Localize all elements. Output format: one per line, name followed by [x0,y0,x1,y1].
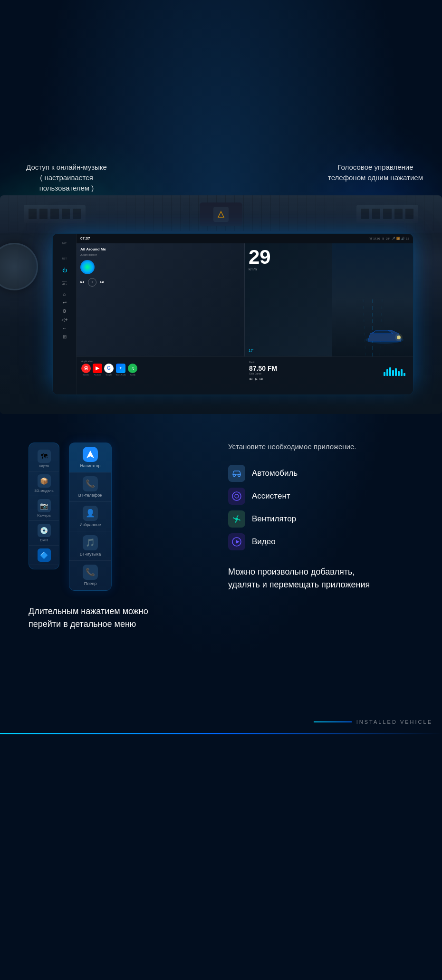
left-column: 🗺 Карта 📦 3D-модель 📷 Камера 💿 DVR [29,442,214,647]
svg-line-13 [363,299,365,356]
sidebar-3d[interactable]: 📦 3D-модель [29,471,59,496]
app-teyes-radio[interactable]: T Teyes Radio [115,364,126,376]
screen-sidebar-back: ↩ [61,299,68,306]
install-app-list: Автомобиль Ассистент [228,462,413,553]
badge-line [314,721,352,722]
apps-label: Application [81,360,244,363]
can-add-description: Можно произвольно добавлять, удалять и п… [228,566,413,591]
install-app-video: Видео [228,530,413,553]
right-column: Установите необходимое приложение. Автом… [228,442,413,647]
music-visualizer [80,260,95,274]
features-section: Доступ к онлайн-музыке ( настраивается п… [0,157,442,419]
speed-display: 29 km/h 17° [245,243,413,356]
road-visual [332,243,413,356]
app-yandex[interactable]: Я Yandex [81,364,91,376]
app-spotify[interactable]: ♫ Spotify [128,364,137,376]
car-app-name: Автомобиль [252,469,298,478]
music-controls: ⏮ ⏸ ⏭ [80,278,240,287]
screen-sidebar-back2: ← [61,325,68,332]
car-app-icon [228,465,245,482]
screen-status-bar: 07:37 ПТ 17.07 🌡 28° 🎤 📶 🔊 15 [77,234,413,243]
svg-point-18 [233,474,236,476]
music-track-title: All Around Me [80,247,240,251]
sp-bt-music[interactable]: 🎵 ВТ-музыка [69,531,111,561]
bottom-gradient-line [0,733,442,734]
screen-sidebar-settings: ⚙ [61,308,68,315]
sp-favorites[interactable]: 👤 Избранное [69,502,111,531]
svg-marker-24 [236,540,240,544]
left-sidebar-panel: 🗺 Карта 📦 3D-модель 📷 Камера 💿 DVR [29,442,59,569]
svg-marker-10 [218,211,224,217]
sp-bt-phone[interactable]: 📞 ВТ-телефон [69,472,111,502]
main-screen: MIC RST ⏻ .....4G ⌂ ↩ ⚙ ◁+ ← [52,233,413,395]
installed-vehicle-section: INSTALLED VEHICLE [0,714,442,734]
apps-grid: Я Yandex ▶ Youtube [81,364,244,376]
radio-frequency: 87.50 FM [249,365,277,372]
install-app-car: Автомобиль [228,462,413,485]
screen-sidebar-power: ⏻ [61,267,68,274]
next-button[interactable]: ⏭ [100,280,104,284]
radio-visualizer [384,366,405,376]
status-right: ПТ 17.07 🌡 28° 🎤 📶 🔊 15 [369,237,409,240]
svg-point-19 [238,474,240,476]
prev-button[interactable]: ⏮ [80,280,84,284]
screen-sidebar-rst: RST [56,252,73,265]
sidebar-dvr[interactable]: 💿 DVR [29,521,59,546]
svg-point-20 [232,492,241,500]
status-time: 07:37 [80,236,90,240]
fan-app-icon [228,510,245,528]
install-app-assistant: Ассистент [228,485,413,508]
assistant-app-icon [228,488,245,505]
screen-sidebar-home: ⌂ [61,291,68,298]
installed-vehicle-badge: INSTALLED VEHICLE [356,719,432,725]
app-google[interactable]: G Google [104,364,114,376]
car-dashboard: MIC RST ⏻ .....4G ⌂ ↩ ⚙ ◁+ ← [0,195,442,414]
music-player: All Around Me Justin Bieber ⏮ ⏸ ⏭ [77,243,245,356]
svg-point-22 [235,518,238,520]
phone-sidebar-panel: Навигатор 📞 ВТ-телефон 👤 Избранное 🎵 ВТ-… [69,442,112,591]
music-track-artist: Justin Bieber [80,253,240,256]
play-pause-button[interactable]: ⏸ [88,278,96,287]
lower-section: 🗺 Карта 📦 3D-модель 📷 Камера 💿 DVR [0,419,442,656]
sidebar-extra[interactable]: 🔷 [29,546,59,565]
fan-app-name: Вентилятор [252,514,296,524]
app-youtube[interactable]: ▶ Youtube [93,364,102,376]
radio-station: Club Dance [249,372,277,375]
video-app-name: Видео [252,537,276,547]
sidebar-map[interactable]: 🗺 Карта [29,447,59,471]
svg-marker-17 [86,451,94,458]
svg-point-16 [395,334,403,341]
voice-feature-label: Голосовое управление телефоном одним наж… [323,162,428,183]
sp-navigator[interactable]: Навигатор [69,443,111,472]
radio-label: Radio [249,361,405,364]
screen-sidebar-mic: MIC [56,237,73,250]
screen-sidebar: MIC RST ⏻ .....4G ⌂ ↩ ⚙ ◁+ ← [53,234,77,394]
sidebar-camera[interactable]: 📷 Камера [29,496,59,521]
video-app-icon [228,533,245,550]
music-feature-label: Доступ к онлайн-музыке ( настраивается п… [14,162,119,194]
screen-sidebar-vol: ◁+ [61,317,68,323]
install-app-fan: Вентилятор [228,508,413,530]
long-press-description: Длительным нажатием можно перейти в дета… [29,605,148,631]
screen-sidebar-signal: .....4G [56,276,73,289]
install-title: Установите необходимое приложение. [228,442,413,451]
assistant-app-name: Ассистент [252,491,290,501]
sp-player[interactable]: 📞 Плеер [69,561,111,590]
svg-line-12 [380,299,382,356]
screen-sidebar-apps: ⊞ [61,334,68,340]
svg-point-21 [235,494,239,498]
